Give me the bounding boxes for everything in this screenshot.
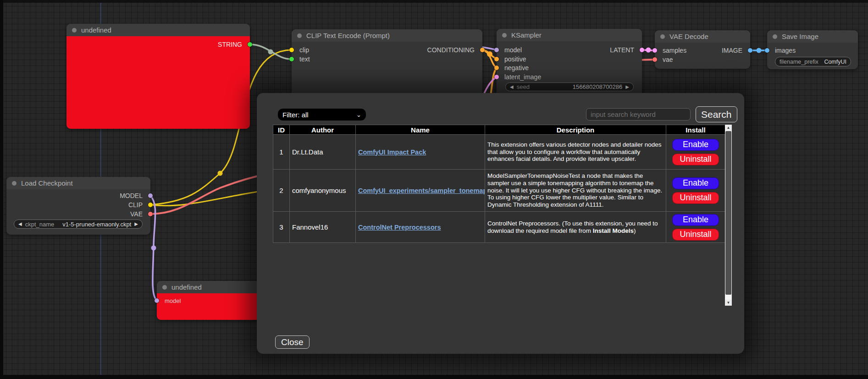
- input-slot-latent-image: latent_image: [497, 73, 541, 81]
- input-slot-samples: samples: [655, 46, 686, 55]
- slot-dot-images[interactable]: [765, 48, 769, 53]
- output-slot-clip: CLIP: [128, 201, 150, 209]
- slot-dot-model[interactable]: [494, 48, 499, 52]
- seed-widget[interactable]: ◀ seed 156680208700286 ▶: [505, 82, 634, 91]
- collapse-dot-icon[interactable]: [72, 28, 77, 33]
- scroll-up-icon[interactable]: ▲: [725, 125, 732, 131]
- node-title: Load Checkpoint: [21, 179, 73, 187]
- slot-label: negative: [504, 64, 529, 71]
- slot-dot-vae-out[interactable]: [148, 212, 153, 216]
- slot-label: CONDITIONING: [427, 46, 475, 54]
- filename-prefix-widget[interactable]: filename_prefix ComfyUI: [775, 57, 851, 66]
- arrow-right-icon[interactable]: ▶: [134, 222, 138, 226]
- input-slot-model: model: [157, 297, 181, 305]
- cell-description: This extension offers various detector n…: [485, 135, 666, 170]
- node-title: undefined: [171, 283, 202, 291]
- collapse-dot-icon[interactable]: [502, 33, 507, 38]
- wire-dot-latent: [646, 48, 651, 53]
- output-slot-model: MODEL: [120, 192, 150, 200]
- filter-dropdown[interactable]: Filter: all ⌄: [278, 109, 366, 121]
- node-save-image[interactable]: Save Image images filename_prefix ComfyU…: [767, 30, 858, 69]
- slot-label: MODEL: [120, 192, 143, 199]
- scrollbar-thumb[interactable]: [725, 131, 731, 295]
- description-text: ): [634, 227, 636, 234]
- slot-dot-vae[interactable]: [652, 57, 657, 62]
- slot-dot-string[interactable]: [248, 42, 252, 47]
- arrow-left-icon[interactable]: ◀: [18, 222, 22, 226]
- slot-label: LATENT: [610, 46, 634, 54]
- slot-dot-samples[interactable]: [652, 48, 657, 53]
- node-title: undefined: [81, 26, 111, 34]
- node-ksampler[interactable]: KSampler model positive negative latent_…: [497, 29, 642, 95]
- node-vae-decode[interactable]: VAE Decode samples vae IMAGE: [655, 30, 750, 69]
- widget-label: ckpt_name: [25, 221, 55, 228]
- slot-label: clip: [299, 46, 309, 54]
- table-header-row: ID Author Name Description Install: [273, 125, 725, 135]
- enable-button[interactable]: Enable: [672, 177, 719, 189]
- search-input[interactable]: [586, 108, 691, 121]
- extension-link[interactable]: ComfyUI_experiments/sampler_tonemap: [358, 187, 485, 194]
- slot-dot-negative[interactable]: [494, 66, 499, 70]
- scroll-down-icon[interactable]: ▼: [725, 300, 732, 306]
- collapse-dot-icon[interactable]: [660, 34, 665, 39]
- extension-link[interactable]: ComfyUI Impact Pack: [358, 148, 426, 156]
- extension-table: ID Author Name Description Install 1 Dr.…: [273, 125, 725, 243]
- output-slot-latent: LATENT: [610, 46, 642, 54]
- enable-button[interactable]: Enable: [672, 139, 719, 151]
- node-undefined-string[interactable]: undefined STRING: [66, 24, 250, 129]
- missing-node-body: [66, 36, 250, 129]
- collapse-dot-icon[interactable]: [162, 285, 167, 290]
- comfyui-canvas[interactable]: undefined STRING CLIP Text Encode (Promp…: [0, 0, 868, 379]
- node-clip-text-encode[interactable]: CLIP Text Encode (Prompt) clip text COND…: [292, 29, 482, 96]
- slot-dot-latent[interactable]: [640, 48, 644, 52]
- header-id: ID: [273, 125, 290, 135]
- collapse-dot-icon[interactable]: [297, 33, 302, 38]
- uninstall-button[interactable]: Uninstall: [672, 154, 719, 165]
- chevron-down-icon: ⌄: [356, 111, 361, 118]
- uninstall-button[interactable]: Uninstall: [672, 229, 719, 241]
- arrow-right-icon[interactable]: ▶: [625, 85, 629, 89]
- slot-dot-conditioning[interactable]: [480, 48, 485, 52]
- close-button[interactable]: Close: [275, 335, 310, 349]
- enable-button[interactable]: Enable: [672, 214, 719, 226]
- node-title: KSampler: [511, 31, 542, 39]
- table-row: 3 Fannovel16 ControlNet Preprocessors Co…: [273, 212, 725, 243]
- description-bold-text: Install Models: [593, 227, 634, 234]
- node-title-bar[interactable]: KSampler: [497, 29, 642, 41]
- uninstall-button[interactable]: Uninstall: [672, 192, 719, 204]
- node-title-bar[interactable]: undefined: [157, 281, 262, 293]
- output-slot-string: STRING: [218, 40, 250, 49]
- collapse-dot-icon[interactable]: [773, 34, 777, 39]
- cell-id: 2: [273, 170, 290, 212]
- node-title-bar[interactable]: Load Checkpoint: [6, 177, 150, 189]
- extension-link[interactable]: ControlNet Preprocessors: [358, 224, 441, 231]
- slot-dot-positive[interactable]: [494, 57, 499, 61]
- input-slot-vae: vae: [655, 55, 673, 64]
- node-title-bar[interactable]: CLIP Text Encode (Prompt): [292, 29, 482, 42]
- node-title: CLIP Text Encode (Prompt): [306, 32, 390, 39]
- node-title-bar[interactable]: VAE Decode: [655, 30, 750, 43]
- wire-latent-from-hidden: [483, 77, 497, 95]
- node-undefined-model[interactable]: undefined model: [157, 281, 262, 320]
- node-title-bar[interactable]: Save Image: [767, 30, 858, 43]
- search-button[interactable]: Search: [696, 106, 737, 122]
- collapse-dot-icon[interactable]: [12, 181, 17, 186]
- node-title-bar[interactable]: undefined: [66, 24, 250, 36]
- wire-clip-to-hidden-node: [150, 192, 259, 206]
- slot-dot-text[interactable]: [289, 57, 294, 61]
- slot-dot-model-in[interactable]: [155, 298, 159, 303]
- ckpt-name-widget[interactable]: ◀ ckpt_name v1-5-pruned-emaonly.ckpt ▶: [14, 220, 143, 229]
- widget-label: filename_prefix: [780, 59, 818, 65]
- output-slot-vae: VAE: [130, 210, 150, 218]
- slot-dot-clip-out[interactable]: [148, 203, 153, 207]
- slot-label: STRING: [218, 41, 242, 48]
- node-load-checkpoint[interactable]: Load Checkpoint MODEL CLIP VAE ◀ ckpt_na…: [6, 177, 150, 235]
- slot-dot-latent-image[interactable]: [494, 75, 499, 79]
- slot-dot-model-out[interactable]: [148, 193, 153, 198]
- table-scrollbar[interactable]: ▲ ▼: [725, 125, 732, 306]
- slot-dot-image[interactable]: [748, 48, 752, 53]
- slot-dot-clip[interactable]: [289, 48, 294, 52]
- input-slot-text: text: [292, 55, 310, 63]
- arrow-left-icon[interactable]: ◀: [510, 85, 514, 89]
- header-name: Name: [356, 125, 485, 135]
